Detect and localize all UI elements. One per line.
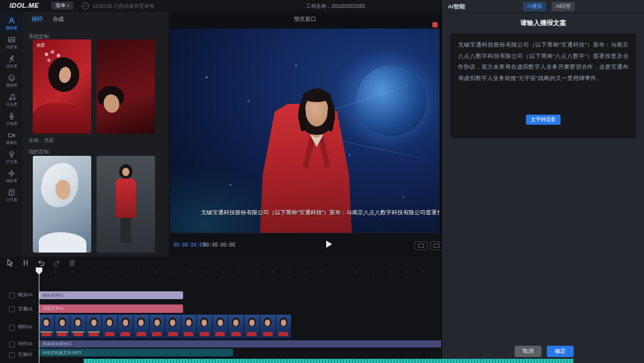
track-type-icon [9, 325, 15, 331]
sidebar-item-voices[interactable]: 音色库 [0, 110, 23, 128]
confirm-button[interactable]: 确定 [547, 346, 574, 357]
custom-card-silver[interactable] [33, 156, 91, 253]
sidebar-item-lights[interactable]: 灯光库 [0, 148, 23, 167]
razor-tool-button[interactable] [21, 259, 31, 268]
headdress-decor [45, 53, 48, 56]
app-window: IDOL.ME 菜单 ▾ ✓ 16:53:02 已自动保存至本地 工程名称：20… [0, 0, 644, 363]
filmstrip-frame [86, 315, 103, 339]
ai-panel: AI智能 AI播报 AI问答 请输入播报文案 无锡宝通科技股份有限公司（以下简称… [441, 0, 644, 363]
custom-card-redsuit[interactable] [97, 156, 155, 253]
prompt-title: 请输入播报文案 [442, 19, 644, 27]
play-button[interactable] [326, 241, 332, 248]
filmstrip-frame [150, 315, 166, 339]
selected-model-name: 名称：光影 [29, 137, 54, 144]
cancel-button[interactable]: 取消 [515, 346, 541, 357]
filmstrip-frame [165, 315, 181, 339]
sidebar-item-effects[interactable]: 特效库 [0, 167, 23, 186]
video-subtitle: 无锡宝通科技股份有限公司（以下简称“宝通科技”）宣布：与南京八点八数字科技有限公… [170, 209, 439, 217]
undo-button[interactable] [37, 259, 47, 268]
sidebar-item-models[interactable]: 模特库 [0, 14, 23, 33]
library-panel: 模特 合成 系统定制 光影 名称：光影 我的定制 [23, 12, 169, 257]
playhead-handle[interactable] [36, 267, 42, 275]
filmstrip-frame [276, 315, 292, 339]
preview-controls: 00:00:00:00 00:00:00:00 [169, 233, 441, 257]
aspect-ratio-icon [418, 244, 424, 248]
digital-human-figure [249, 59, 363, 233]
tab-models[interactable]: 模特 [32, 16, 43, 23]
timecode-total: 00:00:00:00 [203, 242, 235, 248]
script-text: 无锡宝通科技股份有限公司（以下简称“宝通科技”）宣布：与南京八点八数字科技有限公… [458, 39, 628, 84]
sidebar-item-actions[interactable]: 动作库 [0, 53, 23, 71]
video-canvas: 无锡宝通科技股份有限公司（以下简称“宝通科技”）宣布：与南京八点八数字科技有限公… [170, 29, 439, 233]
particle-dots [206, 76, 208, 78]
text-doc-icon [8, 189, 16, 196]
filmstrip-frame [260, 315, 276, 339]
filmstrip-frame [197, 315, 213, 339]
microphone-icon [8, 112, 16, 120]
aspect-ratio-button[interactable] [414, 241, 428, 250]
sidebar-item-music[interactable]: 音乐库 [0, 91, 23, 109]
left-icon-rail: 模特库 场景库 动作库 表情库 音乐库 音色库 摄像机 灯光库 [0, 12, 23, 257]
track-type-icon [9, 342, 15, 347]
filmstrip-frame [213, 315, 229, 339]
filmstrip-frame [55, 315, 71, 339]
filmstrip-frame [70, 315, 86, 339]
track-label-model: 模特01 [18, 324, 33, 330]
tab-ai-qa[interactable]: AI问答 [552, 2, 575, 11]
saved-check-icon: ✓ [82, 2, 89, 10]
preview-area: 预览窗口 无锡宝通科技股份有限公司（以下简称“宝通科技”）宣布：与南京八点八数字… [169, 12, 441, 257]
camera-icon [8, 131, 16, 139]
project-name: 工程名称：202203201565 [306, 3, 365, 10]
sidebar-item-expressions[interactable]: 表情库 [0, 72, 23, 90]
sidebar-item-scenes[interactable]: 场景库 [0, 33, 23, 52]
filmstrip-frame [102, 315, 118, 339]
model-card-dark[interactable] [97, 39, 155, 134]
record-indicator [432, 22, 438, 27]
tab-composite[interactable]: 合成 [52, 16, 64, 23]
smiley-icon [8, 74, 16, 82]
filmstrip-frame [228, 315, 244, 339]
bulb-icon [8, 150, 16, 158]
person-icon [8, 17, 16, 24]
filmstrip-frame [244, 315, 261, 339]
save-status: 16:53:02 已自动保存至本地 [92, 3, 154, 10]
select-tool-button[interactable] [6, 259, 16, 268]
music-note-icon [8, 93, 16, 101]
model-filmstrip[interactable] [39, 315, 292, 339]
fullscreen-icon [434, 244, 439, 248]
menu-button[interactable]: 菜单 ▾ [51, 2, 73, 10]
trash-button[interactable] [68, 259, 78, 268]
top-bar: IDOL.ME 菜单 ▾ ✓ 16:53:02 已自动保存至本地 工程名称：20… [0, 0, 441, 13]
clip-motion-broadcast[interactable]: 形象随动播报01 [39, 340, 443, 347]
clip-camera-animation[interactable]: 镜头动画01 [39, 291, 183, 299]
preview-title: 预览窗口 [169, 16, 441, 23]
card-tag: 光影 [36, 42, 45, 48]
tts-button[interactable]: 文字转语音 [526, 115, 561, 125]
scene-icon [8, 36, 16, 44]
run-icon [8, 55, 16, 63]
earth-globe-graphic [356, 66, 426, 136]
track-type-icon [9, 352, 15, 358]
timeline-ruler[interactable] [39, 270, 439, 273]
sparkle-icon [8, 170, 16, 177]
clip-audio-mp3[interactable]: AI语音转换文件.MP3 [39, 349, 233, 356]
timecode-current: 00:00:00:00 [174, 242, 205, 248]
sidebar-item-text[interactable]: 文字库 [0, 186, 23, 205]
track-type-icon [9, 306, 15, 312]
section-title-mine: 我的定制 [29, 149, 49, 156]
sidebar-item-camera[interactable]: 摄像机 [0, 129, 23, 147]
app-logo: IDOL.ME [10, 2, 39, 9]
chevron-down-icon: ▾ [67, 4, 69, 8]
audio-waveform-strip[interactable] [83, 359, 574, 363]
timeline-area: 镜头01 镜头动画01 字幕01 字幕文本01 模特01 动作01 形象随动播报… [0, 257, 441, 363]
ai-panel-title: AI智能 [448, 3, 465, 11]
model-card-guangying[interactable]: 光影 [33, 39, 91, 134]
tab-ai-broadcast[interactable]: AI播报 [523, 2, 546, 11]
track-label-audio: 音频01 [18, 351, 33, 358]
filmstrip-frame [118, 315, 134, 339]
redo-button[interactable] [52, 259, 62, 268]
track-label-motion: 动作01 [18, 340, 33, 347]
clip-subtitle-text[interactable]: 字幕文本01 [39, 304, 183, 313]
track-label-camera: 镜头01 [18, 291, 33, 298]
filmstrip-frame [39, 315, 55, 339]
